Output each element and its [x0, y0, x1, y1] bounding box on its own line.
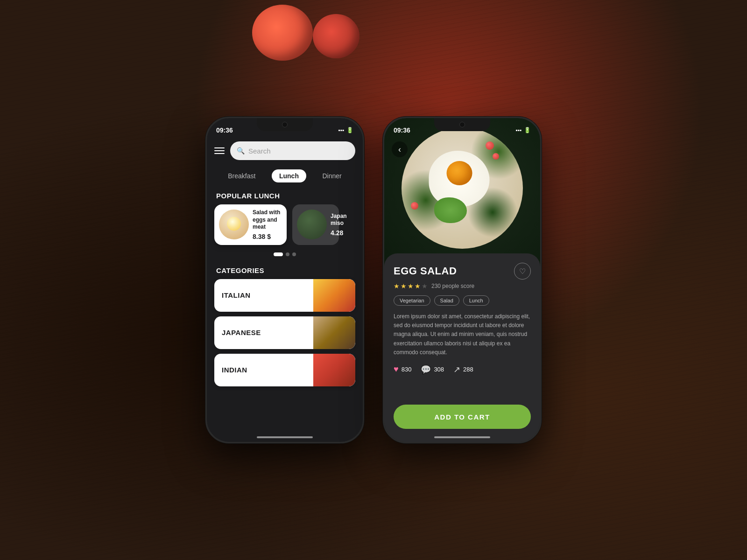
search-placeholder: Search: [248, 147, 271, 155]
detail-title: EGG SALAD: [394, 265, 457, 277]
category-indian-image: [313, 354, 355, 386]
food-card-price-2: 4.28: [331, 229, 347, 237]
dot-2: [286, 252, 289, 256]
tag-vegetarian[interactable]: Vegetarian: [394, 295, 430, 306]
category-indian-label: INDIAN: [214, 366, 313, 374]
search-bar[interactable]: 🔍 Search: [230, 141, 355, 160]
battery-icon: 🔋: [346, 127, 353, 133]
status-time-2: 09:36: [394, 126, 410, 134]
social-stats: ♥ 830 💬 308 ↗ 288: [394, 364, 531, 375]
tab-dinner[interactable]: Dinner: [315, 169, 349, 182]
shares-stat: ↗ 288: [453, 364, 473, 375]
food-cards-list: Salad with eggs and meat 8.38 $ Japan mi…: [207, 204, 363, 252]
likes-count: 830: [402, 366, 412, 373]
detail-title-row: EGG SALAD ♡: [394, 263, 531, 280]
favorite-button[interactable]: ♡: [514, 263, 531, 280]
status-icons-1: ▪▪▪ 🔋: [338, 127, 353, 133]
status-time-1: 09:36: [216, 126, 233, 134]
food-card-image-1: [219, 210, 249, 239]
heart-icon: ♡: [519, 267, 526, 276]
cherry-tomato-2: [493, 153, 499, 160]
shares-count: 288: [463, 366, 473, 373]
tag-lunch[interactable]: Lunch: [463, 295, 489, 306]
categories-list: ITALIAN JAPANESE INDIAN: [207, 279, 363, 386]
star-3: ★: [408, 282, 414, 290]
star-2: ★: [401, 282, 407, 290]
food-card-name-2: Japan miso: [331, 213, 347, 227]
detail-food-image: [384, 118, 540, 267]
rating-count: 230 people score: [431, 283, 474, 289]
cherry-tomato-3: [411, 202, 418, 210]
egg-yolk: [447, 161, 472, 185]
detail-screen: 09:36 ▪▪▪ 🔋: [384, 118, 540, 442]
add-to-cart-button[interactable]: ADD TO CART: [394, 405, 531, 429]
category-japanese-image: [313, 316, 355, 349]
battery-icon-2: 🔋: [524, 127, 531, 133]
food-card-image-2: [297, 210, 327, 239]
cherry-tomato-1: [486, 141, 494, 150]
phones-container: 09:36 ▪▪▪ 🔋 🔍 Search: [205, 117, 542, 443]
guacamole: [434, 197, 467, 223]
rating-row: ★ ★ ★ ★ ★ 230 people score: [394, 282, 531, 290]
category-japanese-label: JAPANESE: [214, 329, 313, 336]
category-indian[interactable]: INDIAN: [214, 354, 355, 386]
star-5: ★: [422, 282, 428, 290]
star-rating: ★ ★ ★ ★ ★: [394, 282, 428, 290]
back-button[interactable]: ‹: [392, 141, 408, 157]
food-card-info-2: Japan miso 4.28: [331, 213, 347, 237]
phone-notch-1: [257, 118, 313, 131]
heart-filled-icon: ♥: [394, 364, 399, 374]
phone-detail-screen: 09:36 ▪▪▪ 🔋: [384, 118, 540, 442]
home-indicator-1: [257, 436, 313, 438]
star-4: ★: [415, 282, 421, 290]
status-icons-2: ▪▪▪ 🔋: [515, 127, 531, 133]
tag-salad[interactable]: Salad: [434, 295, 459, 306]
comments-stat: 💬 308: [421, 364, 444, 375]
food-card-info-1: Salad with eggs and meat 8.38 $: [253, 209, 282, 240]
detail-content: EGG SALAD ♡ ★ ★ ★ ★ ★ 230 peo: [384, 253, 540, 442]
pagination-dots: [207, 252, 363, 263]
tomato-decoration-left: [252, 5, 313, 61]
signal-icon-2: ▪▪▪: [515, 127, 521, 133]
popular-title: POPULAR LUNCH: [207, 188, 363, 204]
home-indicator-2: [434, 436, 490, 438]
fried-egg: [429, 151, 490, 207]
egg-bowl: [402, 127, 523, 249]
phone-home-screen: 09:36 ▪▪▪ 🔋 🔍 Search: [207, 118, 363, 442]
phone-detail: 09:36 ▪▪▪ 🔋: [383, 117, 542, 443]
food-card-2[interactable]: Japan miso 4.28: [292, 204, 339, 245]
tab-breakfast[interactable]: Breakfast: [220, 169, 263, 182]
category-italian[interactable]: ITALIAN: [214, 279, 355, 312]
food-card-1[interactable]: Salad with eggs and meat 8.38 $: [214, 204, 287, 245]
likes-stat: ♥ 830: [394, 364, 411, 374]
phone-notch-2: [434, 118, 490, 131]
description-text: Lorem ipsum dolor sit amet, consectetur …: [394, 312, 531, 357]
meal-tabs: Breakfast Lunch Dinner: [207, 166, 363, 188]
home-screen: 09:36 ▪▪▪ 🔋 🔍 Search: [207, 118, 363, 442]
categories-title: CATEGORIES: [207, 263, 363, 279]
tomato-decoration-right: [313, 14, 359, 58]
tab-lunch[interactable]: Lunch: [272, 169, 306, 182]
menu-icon[interactable]: [214, 147, 225, 154]
category-italian-label: ITALIAN: [214, 291, 313, 299]
category-japanese[interactable]: JAPANESE: [214, 316, 355, 349]
comments-count: 308: [434, 366, 444, 373]
star-1: ★: [394, 282, 400, 290]
dot-1: [274, 252, 283, 256]
comment-icon: 💬: [421, 364, 431, 375]
tags-row: Vegetarian Salad Lunch: [394, 295, 531, 306]
category-italian-image: [313, 279, 355, 312]
share-icon: ↗: [453, 364, 460, 375]
phone-home: 09:36 ▪▪▪ 🔋 🔍 Search: [205, 117, 364, 443]
signal-icon: ▪▪▪: [338, 127, 344, 133]
food-card-name-1: Salad with eggs and meat: [253, 209, 282, 231]
food-card-price-1: 8.38 $: [253, 233, 282, 240]
search-icon: 🔍: [237, 147, 245, 154]
dot-3: [292, 252, 296, 256]
